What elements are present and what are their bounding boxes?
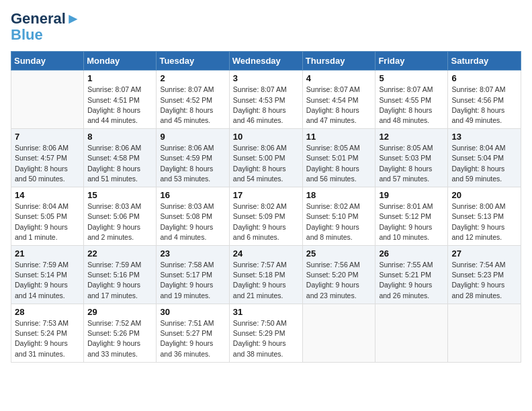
calendar-day-cell: 15Sunrise: 8:03 AMSunset: 5:06 PMDayligh… xyxy=(84,187,157,246)
day-info: Sunrise: 8:07 AMSunset: 4:54 PMDaylight:… xyxy=(306,85,372,126)
calendar-day-cell: 7Sunrise: 8:06 AMSunset: 4:57 PMDaylight… xyxy=(11,129,84,187)
calendar-day-cell: 16Sunrise: 8:03 AMSunset: 5:08 PMDayligh… xyxy=(157,187,229,246)
day-info: Sunrise: 8:03 AMSunset: 5:08 PMDaylight:… xyxy=(160,201,225,242)
calendar-day-cell: 9Sunrise: 8:06 AMSunset: 4:59 PMDaylight… xyxy=(157,129,229,187)
calendar-week-row: 28Sunrise: 7:53 AMSunset: 5:24 PMDayligh… xyxy=(11,304,521,362)
day-info: Sunrise: 8:02 AMSunset: 5:10 PMDaylight:… xyxy=(306,201,372,242)
calendar-day-cell: 14Sunrise: 8:04 AMSunset: 5:05 PMDayligh… xyxy=(11,187,84,246)
day-info: Sunrise: 7:54 AMSunset: 5:23 PMDaylight:… xyxy=(451,260,517,301)
day-info: Sunrise: 8:01 AMSunset: 5:12 PMDaylight:… xyxy=(379,201,444,242)
day-info: Sunrise: 8:03 AMSunset: 5:06 PMDaylight:… xyxy=(87,201,152,242)
calendar-day-cell xyxy=(302,304,375,362)
day-info: Sunrise: 8:07 AMSunset: 4:51 PMDaylight:… xyxy=(87,85,152,126)
day-number: 10 xyxy=(233,132,299,142)
day-number: 24 xyxy=(233,248,299,259)
calendar-day-cell: 29Sunrise: 7:52 AMSunset: 5:26 PMDayligh… xyxy=(84,304,157,362)
logo-text: General► xyxy=(11,11,81,27)
day-number: 21 xyxy=(15,248,80,259)
calendar-day-cell: 26Sunrise: 7:55 AMSunset: 5:21 PMDayligh… xyxy=(375,246,448,304)
day-number: 1 xyxy=(87,73,152,83)
day-number: 13 xyxy=(451,132,517,142)
day-info: Sunrise: 7:57 AMSunset: 5:18 PMDaylight:… xyxy=(233,260,299,301)
day-number: 17 xyxy=(233,190,299,200)
day-info: Sunrise: 7:50 AMSunset: 5:29 PMDaylight:… xyxy=(233,318,299,359)
day-info: Sunrise: 8:06 AMSunset: 5:00 PMDaylight:… xyxy=(233,143,299,184)
calendar-day-cell: 5Sunrise: 8:07 AMSunset: 4:55 PMDaylight… xyxy=(375,71,448,129)
day-info: Sunrise: 8:04 AMSunset: 5:04 PMDaylight:… xyxy=(451,143,517,184)
calendar-day-cell xyxy=(11,71,84,129)
calendar-day-cell: 12Sunrise: 8:05 AMSunset: 5:03 PMDayligh… xyxy=(375,129,448,187)
day-number: 25 xyxy=(306,248,372,259)
day-info: Sunrise: 8:07 AMSunset: 4:52 PMDaylight:… xyxy=(160,85,225,126)
weekday-header: Thursday xyxy=(302,52,375,71)
day-number: 5 xyxy=(379,73,444,83)
logo-text-blue: Blue xyxy=(11,27,81,43)
day-number: 15 xyxy=(87,190,152,200)
day-number: 16 xyxy=(160,190,225,200)
day-info: Sunrise: 7:55 AMSunset: 5:21 PMDaylight:… xyxy=(379,260,444,301)
calendar-header-row: SundayMondayTuesdayWednesdayThursdayFrid… xyxy=(11,52,521,71)
day-number: 23 xyxy=(160,248,225,259)
day-number: 11 xyxy=(306,132,372,142)
calendar-day-cell: 8Sunrise: 8:06 AMSunset: 4:58 PMDaylight… xyxy=(84,129,157,187)
calendar-day-cell: 11Sunrise: 8:05 AMSunset: 5:01 PMDayligh… xyxy=(302,129,375,187)
day-number: 20 xyxy=(451,190,517,200)
day-number: 12 xyxy=(379,132,444,142)
day-info: Sunrise: 8:07 AMSunset: 4:56 PMDaylight:… xyxy=(451,85,517,126)
day-info: Sunrise: 7:58 AMSunset: 5:17 PMDaylight:… xyxy=(160,260,225,301)
calendar-day-cell: 4Sunrise: 8:07 AMSunset: 4:54 PMDaylight… xyxy=(302,71,375,129)
day-number: 31 xyxy=(233,307,299,317)
calendar-day-cell xyxy=(448,304,521,362)
day-number: 14 xyxy=(15,190,80,200)
calendar-day-cell: 20Sunrise: 8:00 AMSunset: 5:13 PMDayligh… xyxy=(448,187,521,246)
page-header: General► Blue xyxy=(11,11,521,43)
day-info: Sunrise: 8:06 AMSunset: 4:57 PMDaylight:… xyxy=(15,143,80,184)
calendar-day-cell: 3Sunrise: 8:07 AMSunset: 4:53 PMDaylight… xyxy=(229,71,302,129)
weekday-header: Friday xyxy=(375,52,448,71)
day-info: Sunrise: 7:52 AMSunset: 5:26 PMDaylight:… xyxy=(87,318,152,359)
day-info: Sunrise: 8:06 AMSunset: 4:59 PMDaylight:… xyxy=(160,143,225,184)
weekday-header: Saturday xyxy=(448,52,521,71)
day-number: 19 xyxy=(379,190,444,200)
calendar-day-cell: 10Sunrise: 8:06 AMSunset: 5:00 PMDayligh… xyxy=(229,129,302,187)
calendar-day-cell xyxy=(375,304,448,362)
day-info: Sunrise: 8:06 AMSunset: 4:58 PMDaylight:… xyxy=(87,143,152,184)
calendar-day-cell: 31Sunrise: 7:50 AMSunset: 5:29 PMDayligh… xyxy=(229,304,302,362)
day-number: 28 xyxy=(15,307,80,317)
day-info: Sunrise: 7:51 AMSunset: 5:27 PMDaylight:… xyxy=(160,318,225,359)
weekday-header: Tuesday xyxy=(157,52,229,71)
day-number: 27 xyxy=(451,248,517,259)
day-number: 8 xyxy=(87,132,152,142)
day-number: 9 xyxy=(160,132,225,142)
day-info: Sunrise: 8:05 AMSunset: 5:01 PMDaylight:… xyxy=(306,143,372,184)
calendar-week-row: 7Sunrise: 8:06 AMSunset: 4:57 PMDaylight… xyxy=(11,129,521,187)
day-info: Sunrise: 8:05 AMSunset: 5:03 PMDaylight:… xyxy=(379,143,444,184)
calendar-day-cell: 23Sunrise: 7:58 AMSunset: 5:17 PMDayligh… xyxy=(157,246,229,304)
calendar-day-cell: 24Sunrise: 7:57 AMSunset: 5:18 PMDayligh… xyxy=(229,246,302,304)
calendar-day-cell: 6Sunrise: 8:07 AMSunset: 4:56 PMDaylight… xyxy=(448,71,521,129)
day-info: Sunrise: 8:00 AMSunset: 5:13 PMDaylight:… xyxy=(451,201,517,242)
day-info: Sunrise: 7:59 AMSunset: 5:14 PMDaylight:… xyxy=(15,260,80,301)
day-info: Sunrise: 7:56 AMSunset: 5:20 PMDaylight:… xyxy=(306,260,372,301)
calendar-table: SundayMondayTuesdayWednesdayThursdayFrid… xyxy=(11,51,521,362)
day-info: Sunrise: 8:07 AMSunset: 4:53 PMDaylight:… xyxy=(233,85,299,126)
weekday-header: Wednesday xyxy=(229,52,302,71)
day-info: Sunrise: 8:07 AMSunset: 4:55 PMDaylight:… xyxy=(379,85,444,126)
calendar-day-cell: 27Sunrise: 7:54 AMSunset: 5:23 PMDayligh… xyxy=(448,246,521,304)
weekday-header: Monday xyxy=(84,52,157,71)
calendar-day-cell: 22Sunrise: 7:59 AMSunset: 5:16 PMDayligh… xyxy=(84,246,157,304)
logo: General► Blue xyxy=(11,11,81,43)
day-info: Sunrise: 8:04 AMSunset: 5:05 PMDaylight:… xyxy=(15,201,80,242)
day-number: 2 xyxy=(160,73,225,83)
day-number: 22 xyxy=(87,248,152,259)
calendar-day-cell: 2Sunrise: 8:07 AMSunset: 4:52 PMDaylight… xyxy=(157,71,229,129)
calendar-day-cell: 19Sunrise: 8:01 AMSunset: 5:12 PMDayligh… xyxy=(375,187,448,246)
calendar-day-cell: 18Sunrise: 8:02 AMSunset: 5:10 PMDayligh… xyxy=(302,187,375,246)
day-info: Sunrise: 7:53 AMSunset: 5:24 PMDaylight:… xyxy=(15,318,80,359)
calendar-day-cell: 28Sunrise: 7:53 AMSunset: 5:24 PMDayligh… xyxy=(11,304,84,362)
day-number: 26 xyxy=(379,248,444,259)
calendar-day-cell: 30Sunrise: 7:51 AMSunset: 5:27 PMDayligh… xyxy=(157,304,229,362)
day-number: 30 xyxy=(160,307,225,317)
calendar-day-cell: 25Sunrise: 7:56 AMSunset: 5:20 PMDayligh… xyxy=(302,246,375,304)
weekday-header: Sunday xyxy=(11,52,84,71)
